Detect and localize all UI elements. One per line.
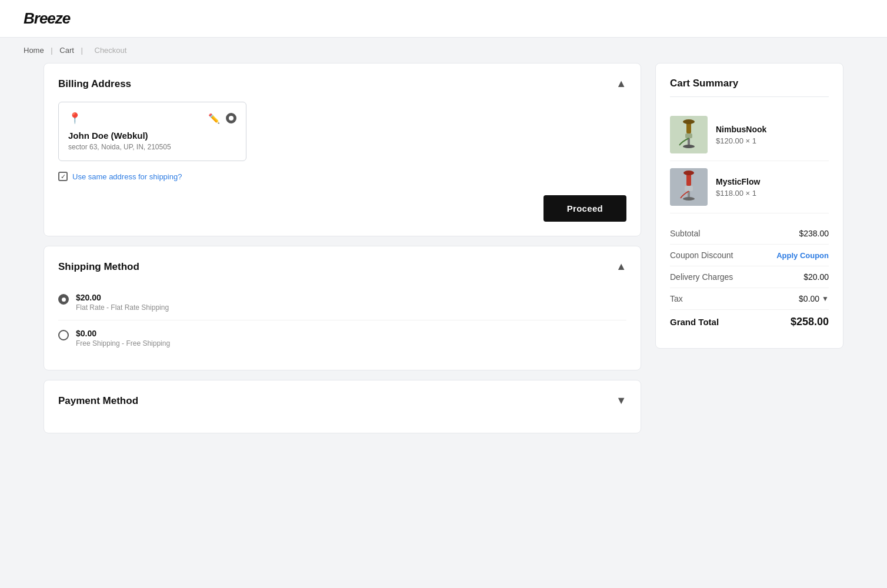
grand-total-row: Grand Total $258.00 (670, 310, 829, 334)
shipping-info-flat: $20.00 Flat Rate - Flat Rate Shipping (76, 293, 169, 312)
address-card: 📍 ✏️ John Doe (Webkul) sector 63, Noida,… (58, 102, 246, 161)
cart-item-1: NimbusNook $120.00 × 1 (670, 109, 829, 161)
brand-logo[interactable]: Breeze (24, 9, 70, 27)
breadcrumb: Home | Cart | Checkout (0, 38, 887, 63)
grand-total-value: $258.00 (791, 316, 829, 328)
billing-address-chevron[interactable]: ▲ (616, 78, 626, 90)
billing-address-section: Billing Address ▲ 📍 ✏️ John Doe (Webkul)… (44, 63, 641, 236)
shipping-price-free: $0.00 (76, 329, 170, 338)
breadcrumb-sep-1: | (51, 46, 55, 55)
address-select-radio[interactable] (226, 113, 236, 123)
billing-address-header: Billing Address ▲ (58, 78, 626, 90)
cart-item-img-1 (670, 116, 708, 153)
same-address-row: Use same address for shipping? (58, 172, 626, 181)
tax-amount: $0.00 (799, 294, 819, 303)
subtotal-label: Subtotal (670, 229, 700, 238)
header: Breeze (0, 0, 887, 38)
cart-summary-card: Cart Summary (655, 63, 843, 349)
payment-method-chevron[interactable]: ▼ (616, 395, 626, 407)
shipping-method-title: Shipping Method (58, 261, 139, 273)
svg-point-5 (683, 145, 695, 148)
billing-address-title: Billing Address (58, 78, 131, 90)
tax-row: Tax $0.00 ▼ (670, 288, 829, 310)
shipping-desc-free: Free Shipping - Free Shipping (76, 339, 170, 348)
cart-item-price-2: $118.00 × 1 (716, 189, 760, 198)
proceed-button[interactable]: Proceed (543, 195, 626, 222)
apply-coupon-link[interactable]: Apply Coupon (776, 251, 829, 260)
left-column: Billing Address ▲ 📍 ✏️ John Doe (Webkul)… (44, 63, 641, 433)
breadcrumb-sep-2: | (81, 46, 85, 55)
cart-item-name-2: MysticFlow (716, 177, 760, 186)
address-name: John Doe (Webkul) (68, 131, 236, 141)
svg-point-11 (683, 197, 695, 201)
right-column: Cart Summary (655, 63, 843, 349)
cart-item-name-1: NimbusNook (716, 125, 766, 134)
grand-total-label: Grand Total (670, 317, 719, 327)
payment-method-section: Payment Method ▼ (44, 380, 641, 433)
same-address-label: Use same address for shipping? (72, 172, 182, 181)
cart-summary-title: Cart Summary (670, 78, 829, 97)
svg-rect-9 (685, 186, 693, 191)
tax-chevron-down: ▼ (822, 295, 829, 303)
shipping-method-chevron[interactable]: ▲ (616, 260, 626, 273)
summary-rows: Subtotal $238.00 Coupon Discount Apply C… (670, 223, 829, 334)
coupon-discount-label: Coupon Discount (670, 250, 733, 260)
breadcrumb-cart[interactable]: Cart (59, 46, 74, 55)
shipping-option-flat: $20.00 Flat Rate - Flat Rate Shipping (58, 285, 626, 320)
svg-point-8 (683, 171, 694, 175)
delivery-charges-value: $20.00 (803, 272, 829, 282)
address-card-icons: 📍 ✏️ (68, 112, 236, 125)
shipping-method-header: Shipping Method ▲ (58, 260, 626, 273)
cart-items-list: NimbusNook $120.00 × 1 (670, 109, 829, 213)
address-detail: sector 63, Noida, UP, IN, 210505 (68, 143, 236, 151)
breadcrumb-checkout: Checkout (95, 46, 127, 55)
cart-item-info-2: MysticFlow $118.00 × 1 (716, 177, 760, 198)
same-address-checkbox[interactable] (58, 172, 68, 181)
shipping-desc-flat: Flat Rate - Flat Rate Shipping (76, 303, 169, 312)
shipping-method-section: Shipping Method ▲ $20.00 Flat Rate - Fla… (44, 246, 641, 370)
shipping-options: $20.00 Flat Rate - Flat Rate Shipping $0… (58, 285, 626, 356)
cart-item-2: MysticFlow $118.00 × 1 (670, 161, 829, 213)
shipping-option-free: $0.00 Free Shipping - Free Shipping (58, 320, 626, 356)
shipping-info-free: $0.00 Free Shipping - Free Shipping (76, 329, 170, 348)
proceed-row: Proceed (58, 195, 626, 222)
subtotal-value: $238.00 (799, 229, 829, 238)
location-icon: 📍 (68, 112, 81, 125)
edit-icon[interactable]: ✏️ (208, 113, 220, 124)
delivery-row: Delivery Charges $20.00 (670, 266, 829, 288)
shipping-price-flat: $20.00 (76, 293, 169, 302)
cart-item-info-1: NimbusNook $120.00 × 1 (716, 125, 766, 145)
cart-item-price-1: $120.00 × 1 (716, 136, 766, 145)
delivery-charges-label: Delivery Charges (670, 272, 733, 282)
payment-method-header: Payment Method ▼ (58, 395, 626, 407)
tax-value[interactable]: $0.00 ▼ (799, 294, 829, 303)
subtotal-row: Subtotal $238.00 (670, 223, 829, 245)
coupon-row: Coupon Discount Apply Coupon (670, 245, 829, 266)
payment-method-title: Payment Method (58, 395, 138, 407)
tax-label: Tax (670, 294, 683, 303)
address-card-actions: ✏️ (208, 113, 236, 124)
shipping-radio-free[interactable] (58, 330, 69, 340)
svg-point-2 (683, 119, 695, 124)
shipping-radio-flat[interactable] (58, 294, 69, 305)
breadcrumb-home[interactable]: Home (24, 46, 44, 55)
svg-rect-3 (685, 133, 692, 138)
cart-item-img-2 (670, 168, 708, 206)
